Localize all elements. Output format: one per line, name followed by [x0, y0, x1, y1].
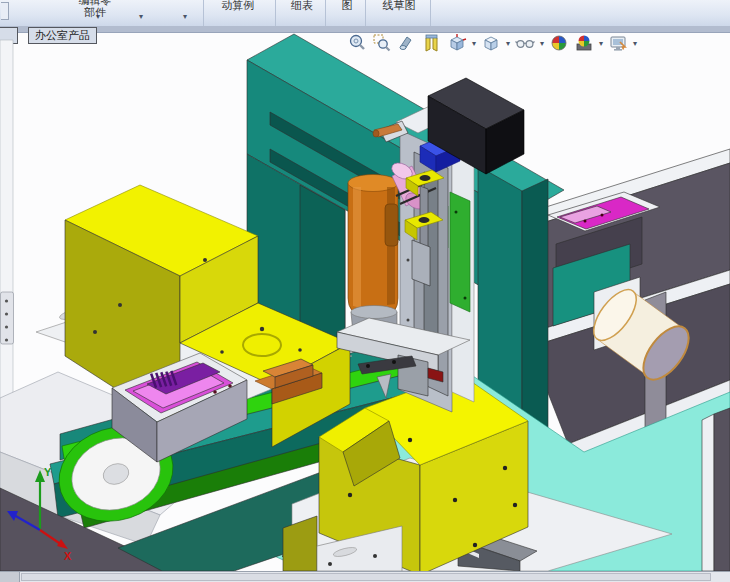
graphics-viewport[interactable]: 办公室产品 ▾ ▾ [0, 26, 730, 571]
command-toolbar: ▾ 编辑零 部件 ▾ ▾ 动算例 细表 图 线草图 [0, 0, 730, 27]
assembly-3d-model[interactable]: Y X [0, 26, 730, 571]
dispenser-motor[interactable] [348, 175, 398, 335]
flyout-caret[interactable]: ▾ [139, 13, 143, 21]
horizontal-scrollbar[interactable] [0, 571, 730, 582]
motion-study-button[interactable]: 动算例 [208, 0, 268, 13]
solidworks-window: ▾ 编辑零 部件 ▾ ▾ 动算例 细表 图 线草图 办公室产品 [0, 0, 730, 582]
right-edge-strip [702, 414, 714, 571]
flyout-caret[interactable]: ▾ [183, 13, 187, 21]
right-edge-slate [714, 408, 730, 571]
scrollbar-corner[interactable] [0, 572, 20, 582]
triad-x-label: X [64, 550, 72, 562]
edit-component-label-line2: 部件 [62, 6, 128, 18]
edit-component-button[interactable]: 编辑零 部件 [62, 0, 128, 18]
explode-line-sketch-button[interactable]: 线草图 [372, 0, 426, 13]
left-edge-panel[interactable] [0, 40, 14, 440]
bom-button[interactable]: 细表 [282, 0, 322, 13]
scrollbar-thumb[interactable] [21, 573, 711, 581]
cropped-toolbar-icon[interactable] [1, 2, 9, 20]
exploded-view-button[interactable]: 图 [333, 0, 361, 13]
triad-y-label: Y [44, 466, 52, 478]
